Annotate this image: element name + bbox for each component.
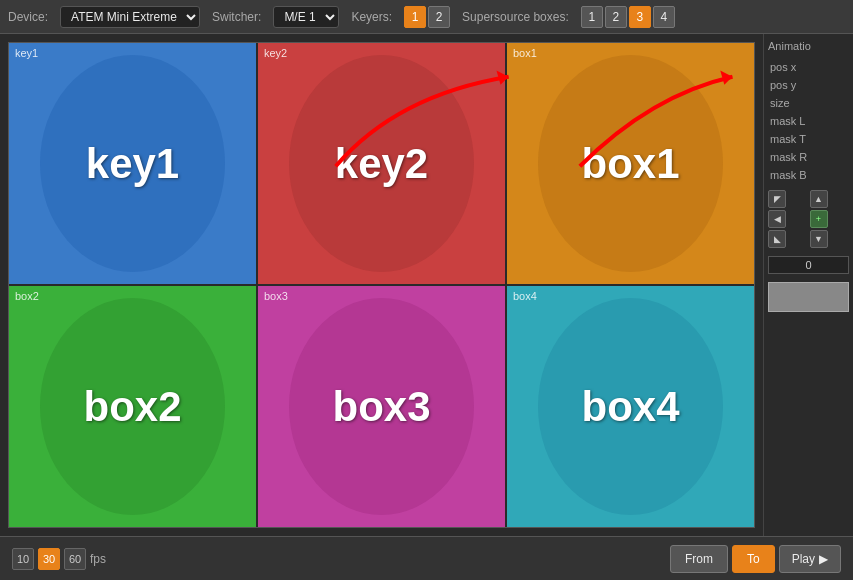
top-bar: Device: ATEM Mini Extreme Switcher: M/E … — [0, 0, 853, 34]
box1-label: box1 — [513, 47, 537, 59]
cell-box2[interactable]: box2 box2 — [9, 286, 256, 527]
posy-label: pos y — [770, 79, 796, 91]
posx-label: pos x — [770, 61, 796, 73]
play-icon: ▶ — [819, 552, 828, 566]
supersource-btn-1[interactable]: 1 — [581, 6, 603, 28]
key1-title: key1 — [86, 140, 179, 188]
panel-row-maskb: mask B — [768, 168, 849, 182]
cell-box3[interactable]: box3 box3 — [258, 286, 505, 527]
keyers-btn-1[interactable]: 1 — [404, 6, 426, 28]
box4-label: box4 — [513, 290, 537, 302]
switcher-label: Switcher: — [212, 10, 261, 24]
box2-title: box2 — [83, 383, 181, 431]
panel-row-maskl: mask L — [768, 114, 849, 128]
box1-title: box1 — [581, 140, 679, 188]
switcher-select[interactable]: M/E 1 — [273, 6, 339, 28]
fps-group: 10 30 60 fps — [12, 548, 106, 570]
fps-10-btn[interactable]: 10 — [12, 548, 34, 570]
arrow-down[interactable]: ▼ — [810, 230, 828, 248]
maskt-label: mask T — [770, 133, 806, 145]
transport-group: From To Play ▶ — [670, 545, 841, 573]
arrow-up[interactable]: ▲ — [810, 190, 828, 208]
fps-30-btn[interactable]: 30 — [38, 548, 60, 570]
grid-area: key1 key1 key2 key2 box1 box1 box2 box2 — [0, 34, 763, 536]
cell-box4[interactable]: box4 box4 — [507, 286, 754, 527]
device-select[interactable]: ATEM Mini Extreme — [60, 6, 200, 28]
right-panel: Animatio pos x pos y size mask L mask T … — [763, 34, 853, 536]
panel-row-posx: pos x — [768, 60, 849, 74]
bottom-bar: 10 30 60 fps From To Play ▶ — [0, 536, 853, 580]
preview-grid: key1 key1 key2 key2 box1 box1 box2 box2 — [8, 42, 755, 528]
size-label: size — [770, 97, 790, 109]
box4-title: box4 — [581, 383, 679, 431]
box3-title: box3 — [332, 383, 430, 431]
panel-title: Animatio — [768, 40, 849, 52]
keyers-label: Keyers: — [351, 10, 392, 24]
keyers-button-group: 1 2 — [404, 6, 450, 28]
from-button[interactable]: From — [670, 545, 728, 573]
key1-label: key1 — [15, 47, 38, 59]
play-button[interactable]: Play ▶ — [779, 545, 841, 573]
to-button[interactable]: To — [732, 545, 775, 573]
arrow-plus[interactable]: + — [810, 210, 828, 228]
supersource-btn-2[interactable]: 2 — [605, 6, 627, 28]
play-label: Play — [792, 552, 815, 566]
maskl-label: mask L — [770, 115, 805, 127]
key2-title: key2 — [335, 140, 428, 188]
cell-key2[interactable]: key2 key2 — [258, 43, 505, 284]
arrow-up-left[interactable]: ◤ — [768, 190, 786, 208]
cell-box1[interactable]: box1 box1 — [507, 43, 754, 284]
arrow-down-left[interactable]: ◣ — [768, 230, 786, 248]
arrow-left[interactable]: ◀ — [768, 210, 786, 228]
panel-row-maskr: mask R — [768, 150, 849, 164]
panel-row-maskt: mask T — [768, 132, 849, 146]
grey-box — [768, 282, 849, 312]
value-box: 0 — [768, 256, 849, 274]
supersource-button-group: 1 2 3 4 — [581, 6, 675, 28]
box2-label: box2 — [15, 290, 39, 302]
panel-row-size: size — [768, 96, 849, 110]
main-area: key1 key1 key2 key2 box1 box1 box2 box2 — [0, 34, 853, 536]
fps-label: fps — [90, 552, 106, 566]
supersource-btn-3[interactable]: 3 — [629, 6, 651, 28]
box3-label: box3 — [264, 290, 288, 302]
arrow-controls: ◤ ▲ ◀ + ◣ ▼ — [768, 190, 849, 248]
device-label: Device: — [8, 10, 48, 24]
supersource-label: Supersource boxes: — [462, 10, 569, 24]
fps-60-btn[interactable]: 60 — [64, 548, 86, 570]
maskb-label: mask B — [770, 169, 807, 181]
supersource-btn-4[interactable]: 4 — [653, 6, 675, 28]
panel-row-posy: pos y — [768, 78, 849, 92]
maskr-label: mask R — [770, 151, 807, 163]
keyers-btn-2[interactable]: 2 — [428, 6, 450, 28]
key2-label: key2 — [264, 47, 287, 59]
cell-key1[interactable]: key1 key1 — [9, 43, 256, 284]
